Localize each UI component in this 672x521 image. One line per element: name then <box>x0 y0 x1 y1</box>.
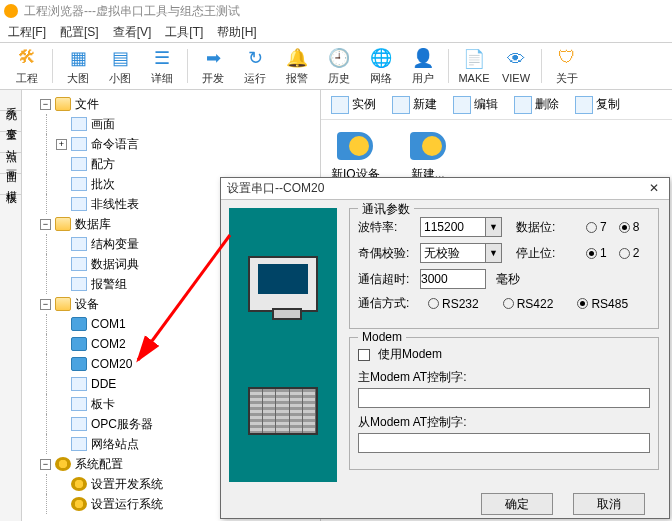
timeout-unit: 毫秒 <box>496 271 520 288</box>
sidetab-system[interactable]: 系统 <box>0 90 21 111</box>
databits-7-radio[interactable]: 7 <box>586 220 607 234</box>
tree-card[interactable]: 板卡 <box>91 394 115 414</box>
tree-netsite[interactable]: 网络站点 <box>91 434 139 454</box>
tree-alarmgrp[interactable]: 报警组 <box>91 274 127 294</box>
menu-help[interactable]: 帮助[H] <box>217 24 256 41</box>
tool-project[interactable]: 🛠工程 <box>6 44 48 88</box>
folder-icon <box>55 97 71 111</box>
tree-syscfg[interactable]: 系统配置 <box>75 454 123 474</box>
ok-button[interactable]: 确定 <box>481 493 553 515</box>
serial-port-dialog: 设置串口--COM20 ✕ 通讯参数 波特率: ▼ 数据位: 7 8 奇偶校验:… <box>220 177 670 519</box>
dialog-titlebar[interactable]: 设置串口--COM20 ✕ <box>221 178 669 200</box>
menu-config[interactable]: 配置[S] <box>60 24 99 41</box>
timeout-input[interactable] <box>420 269 486 289</box>
rt-new[interactable]: 新建 <box>388 94 441 116</box>
rt-edit[interactable]: 编辑 <box>449 94 502 116</box>
sidetab-screen[interactable]: 画面 <box>0 153 21 174</box>
expander-icon[interactable]: − <box>40 219 51 230</box>
baud-input[interactable] <box>420 217 486 237</box>
stopbits-1-radio[interactable]: 1 <box>586 246 607 260</box>
tree-nonlinear[interactable]: 非线性表 <box>91 194 139 214</box>
tree-dde[interactable]: DDE <box>91 374 116 394</box>
parity-input[interactable] <box>420 243 486 263</box>
port-icon <box>71 317 87 331</box>
tool-view[interactable]: 👁VIEW <box>495 44 537 88</box>
tree-batch[interactable]: 批次 <box>91 174 115 194</box>
bell-icon: 🔔 <box>286 47 308 69</box>
tree-cfgdev[interactable]: 设置开发系统 <box>91 474 163 494</box>
separator <box>187 49 188 83</box>
tool-run[interactable]: ↻运行 <box>234 44 276 88</box>
chevron-down-icon[interactable]: ▼ <box>486 243 502 263</box>
menu-view[interactable]: 查看[V] <box>113 24 152 41</box>
wrench-icon: 🛠 <box>16 47 38 69</box>
parity-combo[interactable]: ▼ <box>420 243 502 263</box>
sub-at-label: 从Modem AT控制字: <box>358 414 466 431</box>
port-icon <box>71 357 87 371</box>
rs485-radio[interactable]: RS485 <box>577 297 628 311</box>
main-toolbar: 🛠工程 ▦大图 ▤小图 ☰详细 ➡开发 ↻运行 🔔报警 🕘历史 🌐网络 👤用户 … <box>0 42 672 90</box>
menu-project[interactable]: 工程[F] <box>8 24 46 41</box>
rt-instance[interactable]: 实例 <box>327 94 380 116</box>
databits-8-radio[interactable]: 8 <box>619 220 640 234</box>
sub-at-input[interactable] <box>358 433 650 453</box>
tree-cfgrun[interactable]: 设置运行系统 <box>91 494 163 514</box>
close-icon[interactable]: ✕ <box>645 181 663 197</box>
tree-recipe[interactable]: 配方 <box>91 154 115 174</box>
expander-icon[interactable]: + <box>56 139 67 150</box>
tree-dict[interactable]: 数据词典 <box>91 254 139 274</box>
device-icon <box>410 132 446 160</box>
tree-device[interactable]: 设备 <box>75 294 99 314</box>
rs232-radio[interactable]: RS232 <box>428 297 479 311</box>
main-at-input[interactable] <box>358 388 650 408</box>
tree-screen[interactable]: 画面 <box>91 114 115 134</box>
expander-icon[interactable]: − <box>40 99 51 110</box>
tree-com2[interactable]: COM2 <box>91 334 126 354</box>
tool-develop[interactable]: ➡开发 <box>192 44 234 88</box>
gear-icon <box>55 457 71 471</box>
tree-com20[interactable]: COM20 <box>91 354 132 374</box>
chevron-down-icon[interactable]: ▼ <box>486 217 502 237</box>
expander-icon[interactable]: − <box>40 299 51 310</box>
alarm-icon <box>71 277 87 291</box>
tool-alarm[interactable]: 🔔报警 <box>276 44 318 88</box>
tool-history[interactable]: 🕘历史 <box>318 44 360 88</box>
tree-file[interactable]: 文件 <box>75 94 99 114</box>
app-logo-icon <box>4 4 18 18</box>
new-io-device[interactable]: 新IO设备 <box>331 132 380 183</box>
rt-copy[interactable]: 复制 <box>571 94 624 116</box>
use-modem-checkbox[interactable] <box>358 349 370 361</box>
tree-opc[interactable]: OPC服务器 <box>91 414 153 434</box>
dialog-title: 设置串口--COM20 <box>227 180 324 197</box>
baud-combo[interactable]: ▼ <box>420 217 502 237</box>
menu-tools[interactable]: 工具[T] <box>165 24 203 41</box>
tool-detail[interactable]: ☰详细 <box>141 44 183 88</box>
card-icon <box>71 397 87 411</box>
tree-cmdlang[interactable]: 命令语言 <box>91 134 139 154</box>
expander-icon[interactable]: − <box>40 459 51 470</box>
cancel-button[interactable]: 取消 <box>573 493 645 515</box>
struct-icon <box>71 237 87 251</box>
timeout-label: 通信超时: <box>358 271 416 288</box>
content-toolbar: 实例 新建 编辑 删除 复制 <box>321 90 672 120</box>
sidetab-template[interactable]: 模板 <box>0 174 21 195</box>
tree-com1[interactable]: COM1 <box>91 314 126 334</box>
sidetab-variable[interactable]: 变量 <box>0 111 21 132</box>
rs422-radio[interactable]: RS422 <box>503 297 554 311</box>
screen-icon <box>71 117 87 131</box>
tool-user[interactable]: 👤用户 <box>402 44 444 88</box>
tool-small-icons[interactable]: ▤小图 <box>99 44 141 88</box>
rt-delete[interactable]: 删除 <box>510 94 563 116</box>
stopbits-2-radio[interactable]: 2 <box>619 246 640 260</box>
sidetab-site[interactable]: 站点 <box>0 132 21 153</box>
tool-network[interactable]: 🌐网络 <box>360 44 402 88</box>
tool-about[interactable]: 🛡关于 <box>546 44 588 88</box>
tree-db[interactable]: 数据库 <box>75 214 111 234</box>
tool-big-icons[interactable]: ▦大图 <box>57 44 99 88</box>
new-generic[interactable]: 新建... <box>410 132 446 183</box>
opc-icon <box>71 417 87 431</box>
tree-structvar[interactable]: 结构变量 <box>91 234 139 254</box>
script-icon <box>71 137 87 151</box>
databits-label: 数据位: <box>516 219 574 236</box>
tool-make[interactable]: 📄MAKE <box>453 44 495 88</box>
